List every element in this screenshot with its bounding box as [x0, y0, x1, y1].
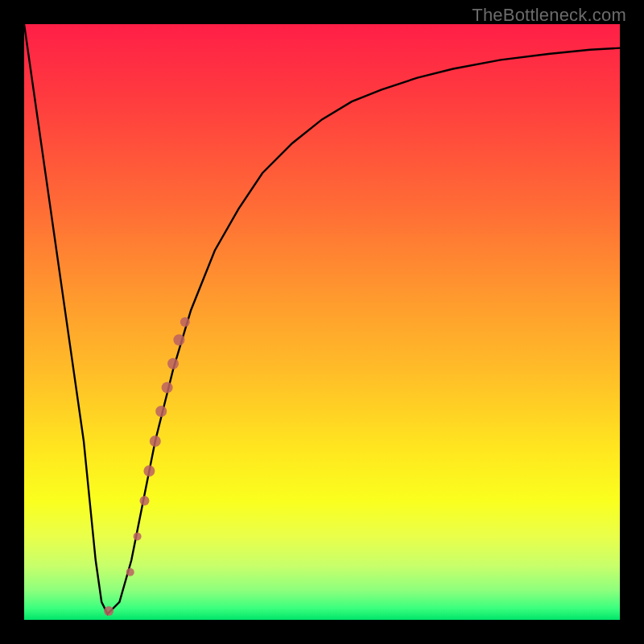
highlight-dot [143, 465, 155, 477]
highlight-dot [139, 496, 149, 506]
bottleneck-curve [24, 24, 620, 614]
highlight-dot [180, 317, 190, 327]
highlight-dot [162, 382, 173, 393]
plot-area [24, 24, 620, 620]
highlight-dots-group [104, 317, 190, 616]
highlight-dot [126, 568, 134, 576]
curve-layer [24, 24, 620, 620]
highlight-dot [134, 532, 142, 540]
highlight-dot [167, 358, 179, 369]
highlight-dot [150, 436, 161, 447]
highlight-dot [104, 606, 114, 616]
chart-frame: TheBottleneck.com [0, 0, 644, 644]
highlight-dot [173, 334, 184, 345]
highlight-dot [155, 406, 167, 417]
watermark-text: TheBottleneck.com [472, 5, 626, 26]
